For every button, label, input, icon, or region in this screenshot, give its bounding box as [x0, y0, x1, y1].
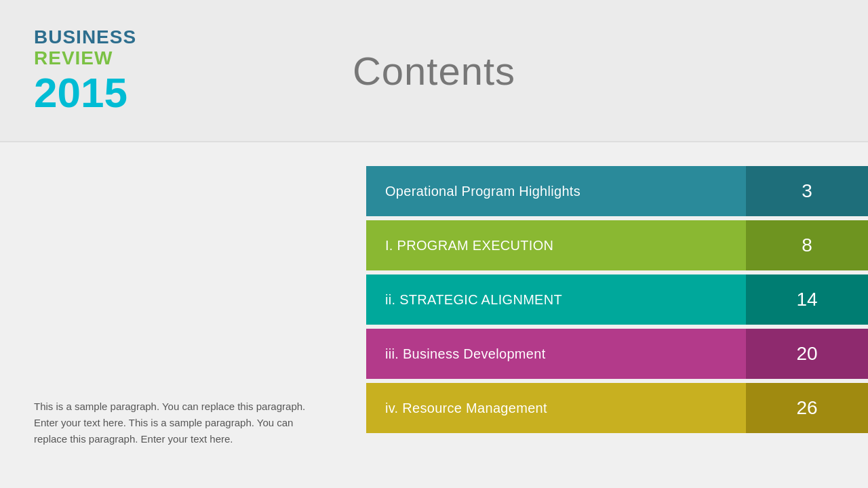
toc-page-4: 26: [746, 383, 868, 433]
toc-row[interactable]: Operational Program Highlights3: [366, 166, 868, 216]
brand-business: BUSINESS: [34, 27, 136, 48]
toc-label-3: iii. Business Development: [366, 329, 746, 379]
left-panel: This is a sample paragraph. You can repl…: [0, 163, 366, 468]
header: BUSINESS REVIEW 2015 Contents: [0, 0, 868, 142]
toc-label-1: I. PROGRAM EXECUTION: [366, 220, 746, 270]
toc-page-2: 14: [746, 274, 868, 325]
toc-page-3: 20: [746, 329, 868, 379]
branding: BUSINESS REVIEW 2015: [34, 27, 136, 114]
toc-row[interactable]: I. PROGRAM EXECUTION8: [366, 220, 868, 270]
toc-row[interactable]: iv. Resource Management26: [366, 383, 868, 433]
toc-panel: Operational Program Highlights3I. PROGRA…: [366, 163, 868, 468]
brand-review: REVIEW: [34, 48, 136, 69]
brand-year: 2015: [34, 72, 136, 114]
toc-label-4: iv. Resource Management: [366, 383, 746, 433]
toc-row[interactable]: iii. Business Development20: [366, 329, 868, 379]
toc-page-0: 3: [746, 166, 868, 216]
toc-label-2: ii. STRATEGIC ALIGNMENT: [366, 274, 746, 325]
sample-paragraph: This is a sample paragraph. You can repl…: [34, 399, 319, 447]
main-content: This is a sample paragraph. You can repl…: [0, 142, 868, 488]
page-title: Contents: [353, 48, 515, 94]
toc-page-1: 8: [746, 220, 868, 270]
toc-label-0: Operational Program Highlights: [366, 166, 746, 216]
toc-row[interactable]: ii. STRATEGIC ALIGNMENT14: [366, 274, 868, 325]
